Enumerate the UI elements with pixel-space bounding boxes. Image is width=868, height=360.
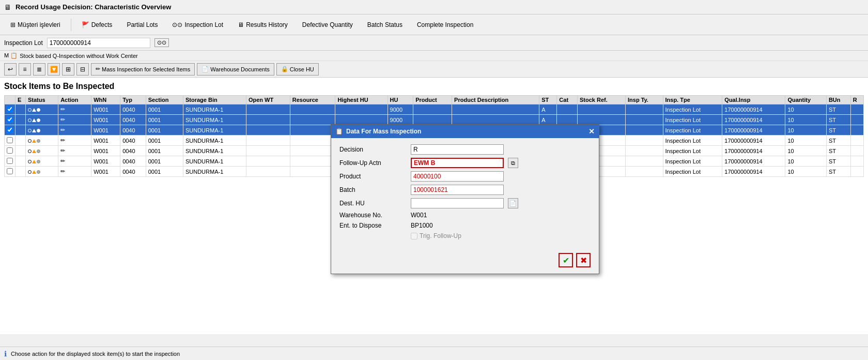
mass-inspection-btn[interactable]: ✏ Mass Inspection for Selected Items [91,63,195,76]
row-action-cell[interactable]: ✏ [58,125,91,136]
row-insp-tpe-cell: Inspection Lot [663,167,722,177]
menu-musteri[interactable]: ⊞ Müşteri işlevleri [4,18,67,32]
modal-field-ent-dispose: Ent. to Dispose BP1000 [339,222,591,229]
row-checkbox-cell[interactable] [5,146,16,156]
menu-bar: ⊞ Müşteri işlevleri 🚩 Defects Partial Lo… [0,14,868,35]
row-open-wt-cell [246,136,290,146]
row-insp-tpe-cell: Inspection Lot [663,115,722,125]
row-hu-cell: 9000 [388,115,413,125]
row-typ-cell: 0040 [120,125,146,136]
warehouse-label: Warehouse No. [339,212,407,219]
row-bun-cell: ST [826,125,850,136]
inspection-lot-search-btn[interactable]: ⊙⊙ [154,38,169,47]
row-action-cell[interactable]: ✏ [58,115,91,125]
menu-defective-quantity[interactable]: Defective Quantity [296,18,359,32]
trig-followup-label: Trig. Follow-Up [420,232,461,239]
menu-results-history[interactable]: 🖥 Results History [231,18,294,32]
toolbar-filter-btn[interactable]: 🔽 [48,63,60,76]
decision-input[interactable] [411,144,504,155]
modal-close-btn[interactable]: ✕ [588,128,595,135]
title-bar: 🖥 Record Usage Decision: Characteristic … [0,0,868,14]
sub-info-row: M 📋 Stock based Q-Inspection without Wor… [0,51,868,61]
row-open-wt-cell [246,167,290,177]
followup-input[interactable] [411,158,504,168]
row-action-cell[interactable]: ✏ [58,104,91,115]
row-insp-ty-cell [626,136,663,146]
col-whn: WhN [91,96,120,104]
row-resource-cell [290,115,335,125]
row-typ-cell: 0040 [120,146,146,156]
row-r-cell [850,156,863,167]
row-checkbox-cell[interactable] [5,115,16,125]
modal-cancel-btn[interactable]: ✖ [576,253,591,267]
col-stock-ref: Stock Ref. [577,96,625,104]
row-resource-cell [290,156,335,167]
row-action-cell[interactable]: ✏ [58,146,91,156]
row-action-cell[interactable]: ✏ [58,136,91,146]
row-insp-ty-cell [626,115,663,125]
inspection-lot-input[interactable] [47,38,150,48]
dest-hu-input[interactable] [411,198,504,208]
row-checkbox-cell[interactable] [5,125,16,136]
menu-inspection-lot[interactable]: ⊙⊙ Inspection Lot [166,18,229,32]
row-insp-tpe-cell: Inspection Lot [663,104,722,115]
menu-defects[interactable]: 🚩 Defects [75,18,119,32]
row-checkbox-cell[interactable] [5,156,16,167]
row-e-cell [16,167,26,177]
row-r-cell [850,136,863,146]
col-section: Section [146,96,183,104]
row-status-cell [26,146,58,156]
row-section-cell: 0001 [146,136,183,146]
close-hu-btn[interactable]: 🔒 Close HU [276,63,319,76]
row-section-cell: 0001 [146,104,183,115]
row-status-cell [26,115,58,125]
table-row[interactable]: ✏ W001 0040 0001 SUNDURMA-1 9000 A Inspe… [5,104,864,115]
modal-confirm-btn[interactable]: ✔ [559,253,573,267]
inspection-lot-menu-icon: ⊙⊙ [172,21,182,28]
toolbar-menu1-btn[interactable]: ≡ [19,63,31,76]
batch-input[interactable] [411,185,504,195]
modal-field-product: Product [339,171,591,182]
row-r-cell [850,115,863,125]
product-input[interactable] [411,171,504,182]
col-highest-hu: Highest HU [335,96,388,104]
row-storage-bin-cell: SUNDURMA-1 [183,156,246,167]
row-insp-tpe-cell: Inspection Lot [663,125,722,136]
row-insp-ty-cell [626,104,663,115]
row-e-cell [16,125,26,136]
dest-hu-file-btn[interactable]: 📄 [508,198,518,208]
followup-copy-btn[interactable]: ⧉ [508,158,518,168]
row-quantity-cell: 10 [785,125,826,136]
row-whn-cell: W001 [91,125,120,136]
row-insp-ty-cell [626,167,663,177]
batch-label: Batch [339,186,407,193]
row-checkbox-cell[interactable] [5,104,16,115]
row-cat-cell [557,115,578,125]
row-action-cell[interactable]: ✏ [58,167,91,177]
menu-complete-inspection[interactable]: Complete Inspection [411,18,479,32]
col-qual-insp: Qual.Insp [722,96,785,104]
toolbar-grid2-btn[interactable]: ⊟ [76,63,89,76]
row-checkbox-cell[interactable] [5,136,16,146]
col-checkbox [5,96,16,104]
mass-inspection-icon: ✏ [96,66,100,72]
row-whn-cell: W001 [91,156,120,167]
toolbar-grid1-btn[interactable]: ⊞ [62,63,74,76]
menu-partial-lots[interactable]: Partial Lots [120,18,164,32]
row-checkbox-cell[interactable] [5,167,16,177]
row-storage-bin-cell: SUNDURMA-1 [183,167,246,177]
row-action-cell[interactable]: ✏ [58,156,91,167]
table-row[interactable]: ✏ W001 0040 0001 SUNDURMA-1 9000 A Inspe… [5,115,864,125]
row-st-cell: A [539,104,557,115]
warehouse-docs-btn[interactable]: 📄 Warehouse Documents [197,63,274,76]
toolbar-undo-btn[interactable]: ↩ [4,63,17,76]
toolbar-menu2-btn[interactable]: ≣ [33,63,45,76]
row-storage-bin-cell: SUNDURMA-1 [183,146,246,156]
row-open-wt-cell [246,156,290,167]
row-whn-cell: W001 [91,104,120,115]
row-open-wt-cell [246,146,290,156]
row-storage-bin-cell: SUNDURMA-1 [183,125,246,136]
row-quantity-cell: 10 [785,156,826,167]
row-resource-cell [290,104,335,115]
menu-batch-status[interactable]: Batch Status [361,18,409,32]
